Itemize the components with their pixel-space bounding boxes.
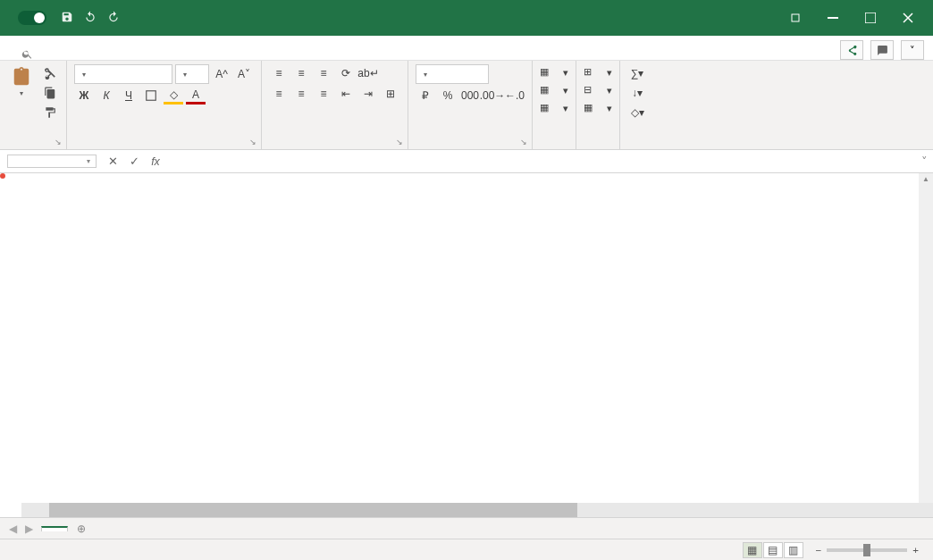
clear-icon[interactable]: ◇▾ <box>627 104 647 121</box>
ribbon-tabs: ˅ <box>0 36 933 61</box>
format-as-table-button[interactable]: ▦▾ <box>540 82 568 98</box>
align-right-icon[interactable]: ≡ <box>314 85 333 103</box>
delete-cells-button[interactable]: ⊟▾ <box>584 82 612 98</box>
decrease-indent-icon[interactable]: ⇤ <box>336 85 356 103</box>
paste-icon <box>11 66 32 88</box>
comments-button[interactable] <box>870 40 894 60</box>
clipboard-dialog-icon[interactable]: ↘ <box>53 137 63 147</box>
next-sheet-icon[interactable]: ▶ <box>21 522 36 536</box>
window-controls <box>778 0 926 36</box>
titlebar <box>0 0 933 36</box>
name-box[interactable]: ▾ <box>7 155 97 168</box>
share-button[interactable] <box>840 40 863 60</box>
maximize-icon[interactable] <box>853 0 888 36</box>
zoom-out-icon[interactable]: − <box>816 545 822 556</box>
chevron-down-icon: ▾ <box>20 89 23 97</box>
border-icon[interactable] <box>141 87 161 104</box>
align-left-icon[interactable]: ≡ <box>269 85 289 103</box>
font-dialog-icon[interactable]: ↘ <box>248 137 258 147</box>
increase-decimal-icon[interactable]: .00→ <box>483 87 502 104</box>
scrollbar-vertical[interactable]: ▲ <box>919 173 933 503</box>
align-bottom-icon[interactable]: ≡ <box>314 64 333 82</box>
scrollbar-horizontal[interactable] <box>21 503 933 517</box>
number-dialog-icon[interactable]: ↘ <box>518 137 529 147</box>
autosum-icon[interactable]: ∑▾ <box>627 64 647 82</box>
redo-icon[interactable] <box>107 11 122 25</box>
grid[interactable] <box>0 173 853 517</box>
alignment-dialog-icon[interactable]: ↘ <box>394 137 405 147</box>
format-icon: ▦ <box>584 102 598 114</box>
percent-icon[interactable]: % <box>438 87 458 104</box>
bold-button[interactable]: Ж <box>74 87 94 104</box>
font-label <box>74 146 254 147</box>
zoom-slider[interactable] <box>827 548 907 552</box>
currency-icon[interactable]: ₽ <box>416 87 435 104</box>
zoom-in-icon[interactable]: + <box>912 545 919 556</box>
svg-rect-1 <box>828 17 838 19</box>
paste-button[interactable]: ▾ <box>7 64 36 121</box>
font-name-combo[interactable]: ▾ <box>74 64 172 84</box>
editing-label <box>627 146 647 147</box>
zoom-controls: − + <box>816 545 924 556</box>
decrease-decimal-icon[interactable]: ←.0 <box>505 87 525 104</box>
cut-icon[interactable] <box>41 64 59 82</box>
autosave-toggle[interactable] <box>18 11 46 25</box>
sheet-tab[interactable] <box>41 526 68 531</box>
alignment-label <box>269 146 400 147</box>
collapse-ribbon-icon[interactable]: ˅ <box>901 40 924 60</box>
orientation-icon[interactable]: ⟳ <box>336 64 356 82</box>
conditional-format-button[interactable]: ▦▾ <box>540 64 568 80</box>
formula-bar: ▾ ✕ ✓ fx ˅ <box>0 150 933 173</box>
close-icon[interactable] <box>890 0 926 36</box>
ribbon-mode-icon[interactable] <box>778 0 813 36</box>
expand-formula-icon[interactable]: ˅ <box>915 155 933 168</box>
tabs-right-buttons: ˅ <box>840 40 933 60</box>
format-cells-button[interactable]: ▦▾ <box>584 100 612 116</box>
align-center-icon[interactable]: ≡ <box>291 85 311 103</box>
titlebar-left <box>7 11 122 25</box>
font-group: ▾ ▾ A^ A˅ Ж К Ч ◇ A ↘ <box>67 61 262 149</box>
comma-icon[interactable]: 000 <box>460 87 480 104</box>
save-icon[interactable] <box>61 11 75 25</box>
svg-rect-2 <box>865 13 876 23</box>
cond-format-icon: ▦ <box>540 66 554 79</box>
minimize-icon[interactable] <box>815 0 851 36</box>
align-middle-icon[interactable]: ≡ <box>291 64 311 82</box>
worksheet-area: ▲ <box>0 173 933 517</box>
font-size-combo[interactable]: ▾ <box>175 64 209 84</box>
increase-indent-icon[interactable]: ⇥ <box>358 85 378 103</box>
grow-font-icon[interactable]: A^ <box>212 65 231 83</box>
clipboard-label <box>7 146 59 147</box>
cells-group: ⊞▾ ⊟▾ ▦▾ <box>576 61 620 149</box>
align-top-icon[interactable]: ≡ <box>269 64 289 82</box>
cell-styles-button[interactable]: ▦▾ <box>540 100 568 116</box>
merge-icon[interactable]: ⊞ <box>381 85 400 103</box>
number-group: ▾ ₽ % 000 .00→ ←.0 ↘ <box>408 61 533 149</box>
page-break-view-icon[interactable]: ▥ <box>784 542 803 558</box>
cancel-formula-icon[interactable]: ✕ <box>104 153 122 171</box>
page-layout-view-icon[interactable]: ▤ <box>763 542 783 558</box>
shrink-font-icon[interactable]: A˅ <box>234 65 254 83</box>
autosave-block <box>13 11 46 25</box>
insert-function-icon[interactable]: fx <box>147 153 164 171</box>
fill-color-icon[interactable]: ◇ <box>164 87 183 104</box>
fill-icon[interactable]: ↓▾ <box>627 84 647 102</box>
formula-input[interactable] <box>170 160 915 163</box>
italic-button[interactable]: К <box>97 87 116 104</box>
font-color-icon[interactable]: A <box>186 87 206 104</box>
insert-cells-button[interactable]: ⊞▾ <box>584 64 612 80</box>
format-painter-icon[interactable] <box>41 104 59 121</box>
number-format-combo[interactable]: ▾ <box>416 64 489 84</box>
copy-icon[interactable] <box>41 84 59 102</box>
ribbon: ▾ ↘ ▾ ▾ A^ A˅ Ж <box>0 61 933 150</box>
add-sheet-icon[interactable]: ⊕ <box>71 520 91 538</box>
prev-sheet-icon[interactable]: ◀ <box>5 522 20 536</box>
search-box[interactable] <box>21 48 37 60</box>
underline-button[interactable]: Ч <box>119 87 139 104</box>
normal-view-icon[interactable]: ▦ <box>743 542 762 558</box>
enter-formula-icon[interactable]: ✓ <box>125 153 143 171</box>
undo-icon[interactable] <box>84 11 98 25</box>
svg-rect-3 <box>147 91 156 101</box>
editing-group: ∑▾ ↓▾ ◇▾ <box>620 61 654 149</box>
wrap-text-icon[interactable]: ab↵ <box>358 64 378 82</box>
